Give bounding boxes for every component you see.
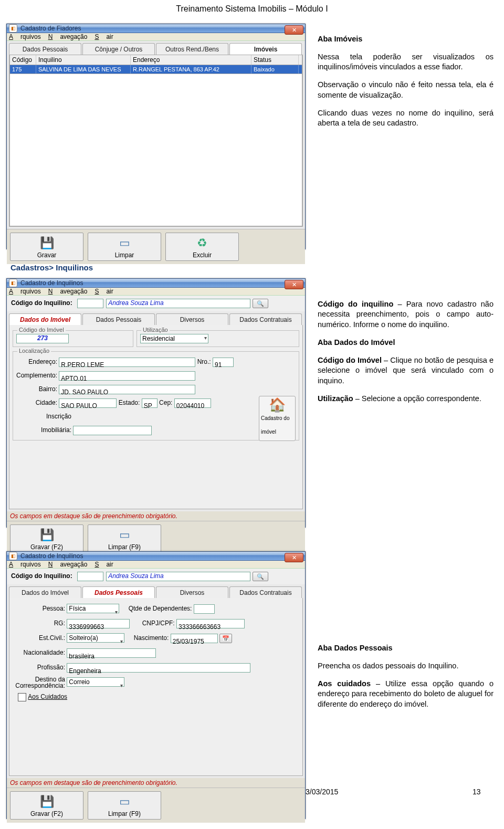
page-number: 13 bbox=[472, 788, 481, 796]
rg-label: RG: bbox=[13, 616, 65, 631]
tab-dados-imovel[interactable]: Dados do Imóvel bbox=[9, 586, 81, 598]
cadastro-imovel-button[interactable]: 🏠 Cadastro do imóvel bbox=[259, 396, 296, 441]
menu-sair[interactable]: Sair bbox=[94, 288, 113, 295]
nac-input[interactable]: brasileira bbox=[67, 648, 156, 658]
tab-outros-rend[interactable]: Outros Rend./Bens bbox=[156, 43, 228, 55]
side-text-3: Aba Dados Pessoais Preencha os dados pes… bbox=[318, 635, 494, 717]
tab-dados-imovel[interactable]: Dados do Imóvel bbox=[9, 313, 81, 325]
col-codigo[interactable]: Código bbox=[10, 55, 36, 65]
tab-dados-pessoais[interactable]: Dados Pessoais bbox=[82, 586, 155, 598]
col-status[interactable]: Status bbox=[251, 55, 299, 65]
tab-dados-pessoais[interactable]: Dados Pessoais bbox=[9, 43, 81, 55]
limpar-f9-label: Limpar (F9) bbox=[108, 810, 141, 817]
search-button[interactable]: 🔍 bbox=[253, 572, 268, 581]
close-icon[interactable]: ✕ bbox=[285, 25, 303, 35]
menu-arquivos[interactable]: Arquivos bbox=[9, 561, 41, 568]
limpar-button[interactable]: ▭ Limpar bbox=[88, 233, 161, 261]
side2-p3b: – Selecione a opção correspondente. bbox=[353, 394, 481, 403]
window-inquilinos-1: ◧ Cadastro de Inquilinos ✕ Arquivos Nave… bbox=[6, 278, 306, 528]
clear-icon: ▭ bbox=[116, 793, 133, 810]
limpar-f9-button[interactable]: ▭ Limpar (F9) bbox=[88, 524, 161, 553]
bairro-input[interactable]: JD. SAO PAULO bbox=[59, 385, 195, 394]
excluir-label: Excluir bbox=[193, 251, 212, 259]
codigo-inquilino-name-input[interactable]: Andrea Souza Lima bbox=[106, 299, 250, 308]
nro-input[interactable]: 91 bbox=[213, 358, 234, 367]
gravar-button[interactable]: 💾 Gravar bbox=[10, 233, 83, 261]
menu-arquivos[interactable]: AArquivosrquivos bbox=[9, 33, 41, 40]
fieldset-codigo-imovel: Código do Imóvel 273 bbox=[13, 330, 133, 347]
cep-input[interactable]: 02044010 bbox=[174, 398, 211, 408]
estado-input[interactable]: SP bbox=[142, 398, 158, 408]
excluir-button[interactable]: ♻ Excluir bbox=[165, 233, 239, 261]
menu-arquivos[interactable]: Arquivos bbox=[9, 288, 41, 295]
side2-p2a: Código do Imóvel bbox=[318, 356, 382, 364]
window-title: Cadastro de Inquilinos bbox=[20, 552, 83, 560]
search-button[interactable]: 🔍 bbox=[253, 299, 268, 308]
endereco-label: Endereço: bbox=[16, 355, 57, 369]
col-inquilino[interactable]: Inquilino bbox=[36, 55, 131, 65]
close-icon[interactable]: ✕ bbox=[285, 280, 303, 289]
app-icon: ◧ bbox=[9, 24, 17, 33]
codigo-inquilino-num-input[interactable] bbox=[77, 299, 103, 308]
menu-sair[interactable]: Sair bbox=[94, 561, 113, 568]
titlebar-inq2[interactable]: ◧ Cadastro de Inquilinos ✕ bbox=[7, 552, 305, 561]
nasc-input[interactable]: 25/03/1975 bbox=[171, 634, 218, 643]
est-select[interactable]: Solteiro(a) bbox=[67, 633, 124, 643]
close-icon[interactable]: ✕ bbox=[285, 553, 303, 562]
tab-dados-contratuais[interactable]: Dados Contratuais bbox=[229, 586, 302, 598]
tab-diversos[interactable]: Diversos bbox=[156, 586, 228, 598]
prof-input[interactable]: Engenheira bbox=[67, 663, 250, 673]
tab-diversos[interactable]: Diversos bbox=[156, 313, 228, 325]
tab-imoveis[interactable]: Imóveis bbox=[229, 43, 302, 55]
utilizacao-select[interactable]: Residencial bbox=[140, 334, 208, 343]
tab-dados-pessoais[interactable]: Dados Pessoais bbox=[82, 313, 155, 325]
codigo-inquilino-label: Código do Inquilino: bbox=[11, 299, 72, 307]
bairro-label: Bairro: bbox=[16, 382, 57, 396]
compl-input[interactable]: APTO.01 bbox=[59, 371, 195, 381]
page-header: Treinamento Sistema Imobilis – Módulo I bbox=[0, 0, 504, 16]
menu-sair[interactable]: Sair bbox=[94, 33, 113, 40]
calendar-button[interactable]: 📅 bbox=[219, 634, 232, 643]
dest-select[interactable]: Correio bbox=[67, 677, 124, 687]
side3-p1: Preencha os dados pessoais do Inquilino. bbox=[318, 661, 494, 671]
prof-label: Profissão: bbox=[13, 660, 65, 675]
compl-label: Complemento: bbox=[16, 369, 57, 382]
gravar-f2-label: Gravar (F2) bbox=[30, 543, 63, 551]
aos-cuidados-label[interactable]: Aos Cuidados bbox=[28, 689, 67, 704]
codigo-imovel-input[interactable]: 273 bbox=[16, 334, 69, 343]
endereco-input[interactable]: R.PERO LEME bbox=[59, 358, 195, 367]
titlebar-fiadores[interactable]: ◧ Cadastro de Fiadores ✕ bbox=[7, 24, 305, 33]
legend-codigo: Código do Imóvel bbox=[17, 327, 66, 333]
search-icon: 🔍 bbox=[257, 573, 264, 580]
tabs-row: Dados Pessoais Cônjuge / Outros Outros R… bbox=[9, 43, 303, 55]
codigo-inquilino-num-input[interactable] bbox=[77, 572, 103, 581]
gravar-f2-button[interactable]: 💾 Gravar (F2) bbox=[10, 524, 83, 553]
codigo-inquilino-name-input[interactable]: Andrea Souza Lima bbox=[106, 572, 250, 581]
inscr-input[interactable] bbox=[73, 426, 152, 435]
dep-input[interactable] bbox=[194, 604, 215, 614]
search-icon: 🔍 bbox=[257, 300, 264, 307]
side2-h2: Aba Dados do Imóvel bbox=[318, 338, 395, 347]
cpf-input[interactable]: 333366663663 bbox=[176, 619, 245, 628]
side1-p2: Observação o vinculo não é feito nessa t… bbox=[318, 80, 494, 100]
menu-navegacao[interactable]: Navegação bbox=[48, 561, 88, 568]
gravar-f2-button[interactable]: 💾 Gravar (F2) bbox=[10, 791, 83, 820]
menu-navegacao[interactable]: Navegação bbox=[48, 33, 88, 40]
table-row[interactable]: 175 SALVINA DE LIMA DAS NEVES R.RANGEL P… bbox=[9, 65, 302, 74]
rg-input[interactable]: 3336999663 bbox=[67, 619, 130, 628]
gravar-f2-label: Gravar (F2) bbox=[30, 810, 63, 817]
table-head: Código Inquilino Endereço Status bbox=[9, 55, 302, 65]
cidade-input[interactable]: SAO PAULO bbox=[59, 398, 117, 408]
fieldset-utilizacao: Utilização Residencial bbox=[136, 330, 299, 347]
tab-dados-contratuais[interactable]: Dados Contratuais bbox=[229, 313, 302, 325]
aos-cuidados-checkbox[interactable] bbox=[18, 693, 26, 701]
side3-h1: Aba Dados Pessoais bbox=[318, 644, 393, 652]
side2-p3a: Utilização bbox=[318, 394, 353, 403]
limpar-f9-button[interactable]: ▭ Limpar (F9) bbox=[88, 791, 161, 820]
menu-navegacao[interactable]: Navegação bbox=[48, 288, 88, 295]
titlebar-inq[interactable]: ◧ Cadastro de Inquilinos ✕ bbox=[7, 279, 305, 288]
dep-label: Qtde de Dependentes: bbox=[129, 601, 192, 616]
pessoa-select[interactable]: Física bbox=[67, 604, 119, 613]
tab-conjuge[interactable]: Cônjuge / Outros bbox=[82, 43, 155, 55]
col-endereco[interactable]: Endereço bbox=[131, 55, 251, 65]
